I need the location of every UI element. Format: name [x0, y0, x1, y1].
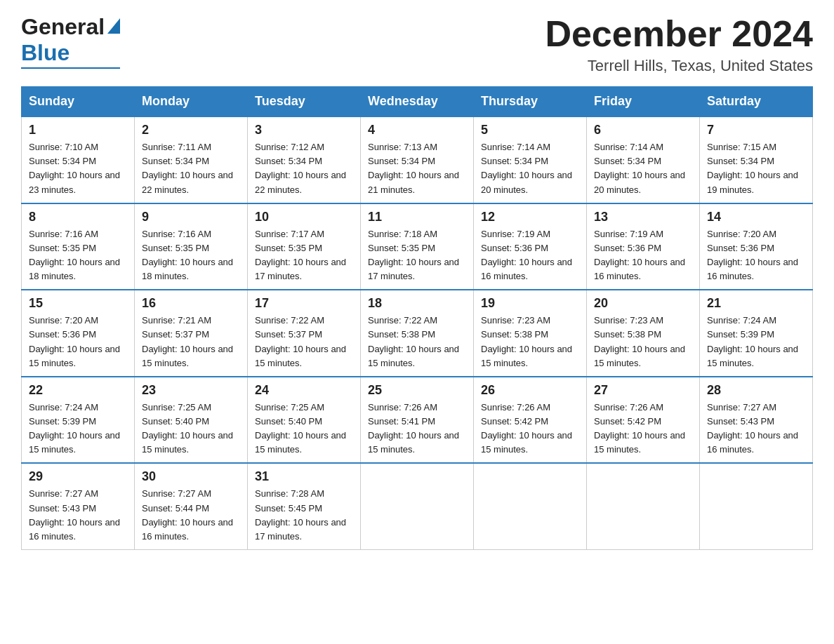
day-number: 16 [142, 296, 240, 311]
calendar-cell [700, 463, 813, 549]
day-number: 3 [255, 123, 353, 137]
day-info: Sunrise: 7:14 AM Sunset: 5:34 PM Dayligh… [481, 140, 579, 197]
col-header-tuesday: Tuesday [248, 87, 361, 117]
day-number: 4 [368, 123, 466, 137]
calendar-cell: 16 Sunrise: 7:21 AM Sunset: 5:37 PM Dayl… [135, 290, 248, 377]
calendar-cell: 3 Sunrise: 7:12 AM Sunset: 5:34 PM Dayli… [248, 116, 361, 203]
day-number: 15 [29, 296, 127, 311]
calendar-cell: 2 Sunrise: 7:11 AM Sunset: 5:34 PM Dayli… [135, 116, 248, 203]
day-number: 25 [368, 383, 466, 398]
day-number: 21 [707, 296, 805, 311]
calendar-cell: 12 Sunrise: 7:19 AM Sunset: 5:36 PM Dayl… [474, 203, 587, 290]
day-number: 12 [481, 210, 579, 224]
col-header-wednesday: Wednesday [361, 87, 474, 117]
col-header-monday: Monday [135, 87, 248, 117]
day-info: Sunrise: 7:21 AM Sunset: 5:37 PM Dayligh… [142, 314, 240, 370]
day-info: Sunrise: 7:27 AM Sunset: 5:44 PM Dayligh… [142, 487, 240, 544]
day-number: 30 [142, 469, 240, 484]
calendar-cell: 18 Sunrise: 7:22 AM Sunset: 5:38 PM Dayl… [361, 290, 474, 377]
day-number: 5 [481, 123, 579, 137]
day-info: Sunrise: 7:25 AM Sunset: 5:40 PM Dayligh… [142, 401, 240, 457]
calendar-cell: 7 Sunrise: 7:15 AM Sunset: 5:34 PM Dayli… [700, 116, 813, 203]
day-number: 7 [707, 123, 805, 137]
day-info: Sunrise: 7:17 AM Sunset: 5:35 PM Dayligh… [255, 227, 353, 284]
day-info: Sunrise: 7:27 AM Sunset: 5:43 PM Dayligh… [29, 487, 127, 544]
day-number: 10 [255, 210, 353, 224]
day-info: Sunrise: 7:22 AM Sunset: 5:38 PM Dayligh… [368, 314, 466, 370]
day-number: 24 [255, 383, 353, 398]
logo-blue-text: Blue [21, 40, 70, 66]
day-number: 28 [707, 383, 805, 398]
day-info: Sunrise: 7:27 AM Sunset: 5:43 PM Dayligh… [707, 401, 805, 457]
day-number: 11 [368, 210, 466, 224]
calendar-cell: 5 Sunrise: 7:14 AM Sunset: 5:34 PM Dayli… [474, 116, 587, 203]
calendar-cell [361, 463, 474, 549]
col-header-sunday: Sunday [22, 87, 135, 117]
day-info: Sunrise: 7:26 AM Sunset: 5:42 PM Dayligh… [481, 401, 579, 457]
day-info: Sunrise: 7:24 AM Sunset: 5:39 PM Dayligh… [707, 314, 805, 370]
day-number: 13 [594, 210, 692, 224]
calendar-cell: 21 Sunrise: 7:24 AM Sunset: 5:39 PM Dayl… [700, 290, 813, 377]
svg-marker-0 [107, 18, 120, 34]
day-number: 20 [594, 296, 692, 311]
day-info: Sunrise: 7:16 AM Sunset: 5:35 PM Dayligh… [142, 227, 240, 284]
col-header-saturday: Saturday [700, 87, 813, 117]
calendar-week-row: 22 Sunrise: 7:24 AM Sunset: 5:39 PM Dayl… [22, 377, 813, 464]
calendar-cell: 24 Sunrise: 7:25 AM Sunset: 5:40 PM Dayl… [248, 377, 361, 464]
day-number: 19 [481, 296, 579, 311]
day-number: 27 [594, 383, 692, 398]
header-right: December 2024 Terrell Hills, Texas, Unit… [545, 14, 813, 75]
day-info: Sunrise: 7:22 AM Sunset: 5:37 PM Dayligh… [255, 314, 353, 370]
day-number: 1 [29, 123, 127, 137]
day-info: Sunrise: 7:12 AM Sunset: 5:34 PM Dayligh… [255, 140, 353, 197]
day-number: 8 [29, 210, 127, 224]
day-number: 31 [255, 469, 353, 484]
day-info: Sunrise: 7:23 AM Sunset: 5:38 PM Dayligh… [481, 314, 579, 370]
page-header: General Blue December 2024 Terrell Hills… [21, 14, 813, 75]
day-info: Sunrise: 7:14 AM Sunset: 5:34 PM Dayligh… [594, 140, 692, 197]
day-number: 18 [368, 296, 466, 311]
calendar-cell: 19 Sunrise: 7:23 AM Sunset: 5:38 PM Dayl… [474, 290, 587, 377]
calendar-cell: 17 Sunrise: 7:22 AM Sunset: 5:37 PM Dayl… [248, 290, 361, 377]
day-info: Sunrise: 7:25 AM Sunset: 5:40 PM Dayligh… [255, 401, 353, 457]
day-info: Sunrise: 7:28 AM Sunset: 5:45 PM Dayligh… [255, 487, 353, 544]
calendar-cell: 29 Sunrise: 7:27 AM Sunset: 5:43 PM Dayl… [22, 463, 135, 549]
logo: General Blue [21, 14, 120, 69]
col-header-thursday: Thursday [474, 87, 587, 117]
day-number: 2 [142, 123, 240, 137]
calendar-cell: 22 Sunrise: 7:24 AM Sunset: 5:39 PM Dayl… [22, 377, 135, 464]
calendar-cell: 11 Sunrise: 7:18 AM Sunset: 5:35 PM Dayl… [361, 203, 474, 290]
calendar-cell: 6 Sunrise: 7:14 AM Sunset: 5:34 PM Dayli… [587, 116, 700, 203]
calendar-week-row: 8 Sunrise: 7:16 AM Sunset: 5:35 PM Dayli… [22, 203, 813, 290]
calendar-cell: 25 Sunrise: 7:26 AM Sunset: 5:41 PM Dayl… [361, 377, 474, 464]
day-info: Sunrise: 7:13 AM Sunset: 5:34 PM Dayligh… [368, 140, 466, 197]
day-info: Sunrise: 7:18 AM Sunset: 5:35 PM Dayligh… [368, 227, 466, 284]
calendar-week-row: 15 Sunrise: 7:20 AM Sunset: 5:36 PM Dayl… [22, 290, 813, 377]
day-info: Sunrise: 7:20 AM Sunset: 5:36 PM Dayligh… [29, 314, 127, 370]
day-info: Sunrise: 7:26 AM Sunset: 5:41 PM Dayligh… [368, 401, 466, 457]
calendar-cell [587, 463, 700, 549]
day-info: Sunrise: 7:26 AM Sunset: 5:42 PM Dayligh… [594, 401, 692, 457]
calendar-week-row: 29 Sunrise: 7:27 AM Sunset: 5:43 PM Dayl… [22, 463, 813, 549]
calendar-cell [474, 463, 587, 549]
calendar-cell: 28 Sunrise: 7:27 AM Sunset: 5:43 PM Dayl… [700, 377, 813, 464]
day-number: 6 [594, 123, 692, 137]
day-info: Sunrise: 7:24 AM Sunset: 5:39 PM Dayligh… [29, 401, 127, 457]
day-info: Sunrise: 7:16 AM Sunset: 5:35 PM Dayligh… [29, 227, 127, 284]
day-info: Sunrise: 7:23 AM Sunset: 5:38 PM Dayligh… [594, 314, 692, 370]
logo-general-text: General [21, 14, 105, 40]
calendar-cell: 4 Sunrise: 7:13 AM Sunset: 5:34 PM Dayli… [361, 116, 474, 203]
calendar-cell: 27 Sunrise: 7:26 AM Sunset: 5:42 PM Dayl… [587, 377, 700, 464]
day-number: 26 [481, 383, 579, 398]
calendar-cell: 26 Sunrise: 7:26 AM Sunset: 5:42 PM Dayl… [474, 377, 587, 464]
day-number: 14 [707, 210, 805, 224]
location: Terrell Hills, Texas, United States [545, 57, 813, 75]
calendar-cell: 13 Sunrise: 7:19 AM Sunset: 5:36 PM Dayl… [587, 203, 700, 290]
calendar-cell: 10 Sunrise: 7:17 AM Sunset: 5:35 PM Dayl… [248, 203, 361, 290]
day-number: 23 [142, 383, 240, 398]
calendar-cell: 30 Sunrise: 7:27 AM Sunset: 5:44 PM Dayl… [135, 463, 248, 549]
calendar-cell: 23 Sunrise: 7:25 AM Sunset: 5:40 PM Dayl… [135, 377, 248, 464]
day-number: 22 [29, 383, 127, 398]
day-info: Sunrise: 7:19 AM Sunset: 5:36 PM Dayligh… [594, 227, 692, 284]
calendar-header-row: SundayMondayTuesdayWednesdayThursdayFrid… [22, 87, 813, 117]
